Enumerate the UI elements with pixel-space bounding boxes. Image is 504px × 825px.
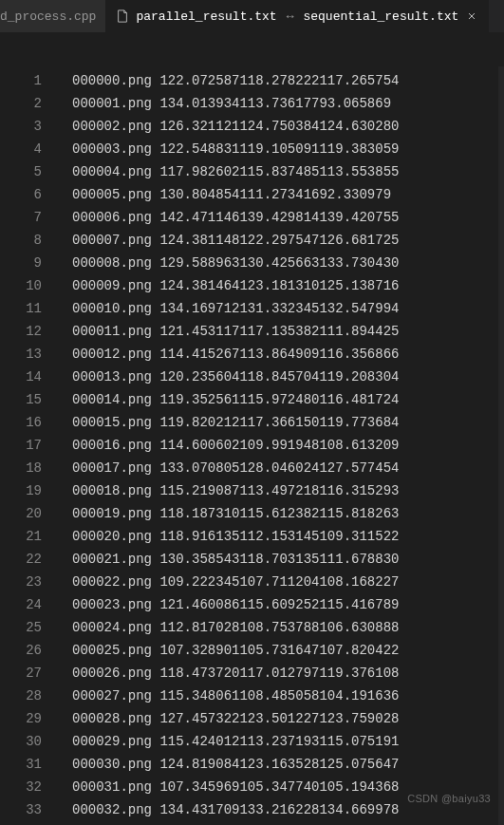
- code-line: 000012.png 114.415267113.864909116.35686…: [59, 343, 504, 366]
- code-line: 000021.png 130.358543118.703135111.67883…: [59, 548, 504, 571]
- code-line: 000020.png 118.916135112.153145109.31152…: [59, 525, 504, 548]
- code-line: 000001.png 134.013934113.73617793.065869: [59, 92, 504, 115]
- line-number: 7: [0, 206, 42, 229]
- code-line: 000030.png 124.819084123.163528125.07564…: [59, 753, 504, 776]
- line-number: 34: [0, 821, 42, 825]
- line-number: 2: [0, 92, 42, 115]
- code-line: 000018.png 115.219087113.497218116.31529…: [59, 479, 504, 502]
- code-line: 000026.png 118.473720117.012797119.37610…: [59, 662, 504, 684]
- code-line: 000022.png 109.222345107.711204108.16822…: [59, 571, 504, 593]
- tab-partial[interactable]: d_process.cpp: [0, 0, 105, 32]
- code-line: 000004.png 117.982602115.837485113.55385…: [59, 160, 504, 183]
- line-number: 3: [0, 115, 42, 138]
- code-line: 000023.png 121.460086115.609252115.41678…: [59, 593, 504, 616]
- line-number: 11: [0, 297, 42, 320]
- line-number: 28: [0, 684, 42, 707]
- tab-diff-left: parallel_result.txt: [136, 9, 276, 24]
- line-number: 14: [0, 366, 42, 388]
- code-line: 000019.png 118.187310115.612382115.81826…: [59, 502, 504, 525]
- code-line: 000028.png 127.457322123.501227123.75902…: [59, 707, 504, 730]
- file-icon: [115, 9, 130, 24]
- editor: 1234567891011121314151617181920212223242…: [0, 33, 504, 825]
- code-line: 000009.png 124.381464123.181310125.13871…: [59, 274, 504, 297]
- code-line: 000016.png 114.600602109.991948108.61320…: [59, 434, 504, 457]
- line-number: 23: [0, 571, 42, 593]
- editor-content[interactable]: 000000.png 122.072587118.278222117.26575…: [59, 33, 504, 825]
- line-number: 21: [0, 525, 42, 548]
- line-number: 30: [0, 730, 42, 753]
- line-number: 22: [0, 548, 42, 571]
- line-number: 20: [0, 502, 42, 525]
- line-number: 18: [0, 457, 42, 479]
- code-line: 000017.png 133.070805128.046024127.57745…: [59, 457, 504, 479]
- line-number: 4: [0, 138, 42, 160]
- code-line: 000015.png 119.820212117.366150119.77368…: [59, 411, 504, 434]
- line-number: 26: [0, 639, 42, 662]
- line-number-gutter: 1234567891011121314151617181920212223242…: [0, 33, 59, 825]
- code-line: 000013.png 120.235604118.845704119.20830…: [59, 366, 504, 388]
- line-number: 19: [0, 479, 42, 502]
- line-number: 27: [0, 662, 42, 684]
- tab-bar: d_process.cpp parallel_result.txt ↔ sequ…: [0, 0, 504, 33]
- line-number: 31: [0, 753, 42, 776]
- code-line: 000010.png 134.169712131.332345132.54799…: [59, 297, 504, 320]
- line-number: 1: [0, 69, 42, 92]
- code-line: 000006.png 142.471146139.429814139.42075…: [59, 206, 504, 229]
- line-number: 32: [0, 776, 42, 798]
- line-number: 10: [0, 274, 42, 297]
- diff-arrow-icon: ↔: [283, 9, 298, 24]
- code-line: 000000.png 122.072587118.278222117.26575…: [59, 69, 504, 92]
- line-number: 13: [0, 343, 42, 366]
- code-line: 000011.png 121.453117117.135382111.89442…: [59, 320, 504, 343]
- code-line: 000007.png 124.381148122.297547126.68172…: [59, 229, 504, 252]
- line-number: 16: [0, 411, 42, 434]
- code-line: 000033.png 58.60886057.76490755.983900: [59, 821, 504, 825]
- code-line: 000002.png 126.321121124.750384124.63028…: [59, 115, 504, 138]
- code-line: 000014.png 119.352561115.972480116.48172…: [59, 388, 504, 411]
- line-number: 8: [0, 229, 42, 252]
- minimap[interactable]: [498, 66, 504, 825]
- watermark: CSDN @baiyu33: [407, 793, 491, 804]
- tab-diff-active[interactable]: parallel_result.txt ↔ sequential_result.…: [105, 0, 489, 32]
- code-line: 000029.png 115.424012113.237193115.07519…: [59, 730, 504, 753]
- code-line: 000003.png 122.548831119.105091119.38305…: [59, 138, 504, 160]
- code-line: 000008.png 129.588963130.425663133.73043…: [59, 252, 504, 274]
- line-number: 12: [0, 320, 42, 343]
- tab-label: d_process.cpp: [0, 9, 96, 24]
- line-number: 25: [0, 616, 42, 639]
- code-line: 000027.png 115.348061108.485058104.19163…: [59, 684, 504, 707]
- line-number: 5: [0, 160, 42, 183]
- code-line: 000024.png 112.817028108.753788106.63088…: [59, 616, 504, 639]
- line-number: 24: [0, 593, 42, 616]
- line-number: 17: [0, 434, 42, 457]
- code-line: 000005.png 130.804854111.27341692.330979: [59, 183, 504, 206]
- line-number: 6: [0, 183, 42, 206]
- line-number: 15: [0, 388, 42, 411]
- code-line: 000025.png 107.328901105.731647107.82042…: [59, 639, 504, 662]
- line-number: 33: [0, 798, 42, 821]
- line-number: 9: [0, 252, 42, 274]
- close-icon[interactable]: [464, 9, 479, 24]
- line-number: 29: [0, 707, 42, 730]
- tab-diff-right: sequential_result.txt: [303, 9, 458, 24]
